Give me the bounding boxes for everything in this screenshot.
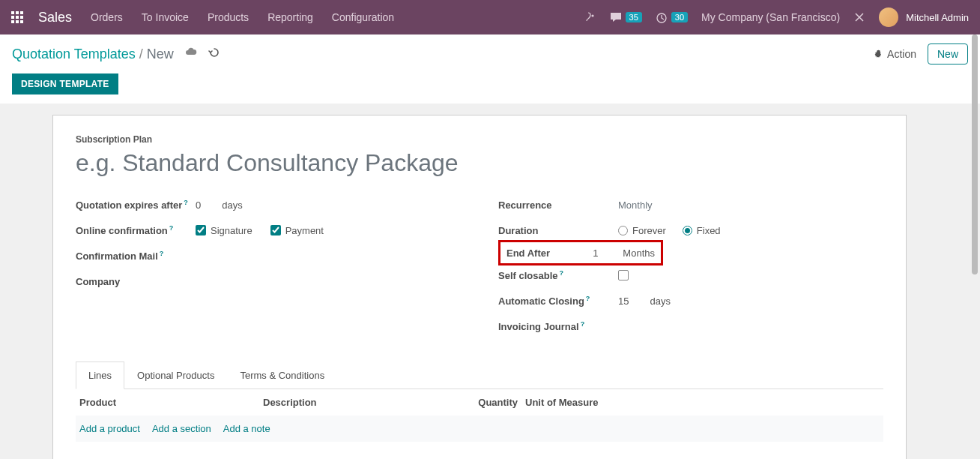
svg-rect-6 <box>11 20 14 23</box>
tab-terms[interactable]: Terms & Conditions <box>227 362 337 389</box>
action-area: Action New <box>874 44 968 64</box>
checkbox-self-closable[interactable] <box>618 270 629 280</box>
help-icon[interactable]: ? <box>160 250 164 257</box>
topnav: Sales Orders To Invoice Products Reporti… <box>0 0 980 34</box>
cloud-save-icon[interactable] <box>185 46 197 62</box>
breadcrumb: Quotation Templates / New <box>12 46 220 62</box>
nav-orders[interactable]: Orders <box>91 11 123 23</box>
table-head: Product Description Quantity Unit of Mea… <box>76 389 883 416</box>
row-company: Company <box>76 268 461 294</box>
add-note-link[interactable]: Add a note <box>223 423 270 434</box>
svg-rect-1 <box>16 11 19 14</box>
topnav-left: Sales Orders To Invoice Products Reporti… <box>11 10 394 26</box>
help-icon[interactable] <box>584 11 596 23</box>
tools-icon[interactable] <box>853 11 865 23</box>
nav-links: Orders To Invoice Products Reporting Con… <box>91 11 394 23</box>
svg-rect-2 <box>20 11 23 14</box>
value-end-after[interactable]: 1 Months <box>593 248 655 259</box>
user-menu[interactable]: Mitchell Admin <box>879 8 969 27</box>
label-expires: Quotation expires after? <box>76 199 196 211</box>
help-icon[interactable]: ? <box>184 199 188 206</box>
row-auto-closing: Automatic Closing? 15 days <box>498 288 883 314</box>
avatar <box>879 8 898 27</box>
radio-forever[interactable]: Forever <box>618 225 666 236</box>
svg-rect-8 <box>20 20 23 23</box>
row-online-confirmation: Online confirmation? Signature Payment <box>76 218 461 243</box>
new-button[interactable]: New <box>928 44 968 64</box>
breadcrumb-current: New <box>147 46 174 62</box>
svg-rect-3 <box>11 16 14 19</box>
value-recurrence[interactable]: Monthly <box>618 200 883 211</box>
row-confirmation-mail: Confirmation Mail? <box>76 243 461 268</box>
svg-rect-7 <box>16 20 19 23</box>
radio-fixed[interactable]: Fixed <box>683 225 721 236</box>
apps-icon[interactable] <box>11 11 23 23</box>
scrollbar[interactable] <box>972 34 978 274</box>
help-icon[interactable]: ? <box>581 320 585 328</box>
row-end-after: End After 1 Months <box>498 240 663 266</box>
content: Subscription Plan e.g. Standard Consulta… <box>0 104 980 459</box>
statusbar: DESIGN TEMPLATE <box>0 74 980 104</box>
chat-icon[interactable]: 35 <box>610 11 642 23</box>
add-section-link[interactable]: Add a section <box>152 423 211 434</box>
row-recurrence: Recurrence Monthly <box>498 192 883 218</box>
company-selector[interactable]: My Company (San Francisco) <box>701 11 840 23</box>
help-icon[interactable]: ? <box>559 269 563 277</box>
form-col-right: Recurrence Monthly Duration Forever Fixe… <box>498 192 883 339</box>
nav-reporting[interactable]: Reporting <box>267 11 313 23</box>
tabs: Lines Optional Products Terms & Conditio… <box>76 362 883 389</box>
help-icon[interactable]: ? <box>169 224 174 232</box>
control-panel: Quotation Templates / New Action New <box>0 34 980 74</box>
section-label: Subscription Plan <box>76 134 883 145</box>
row-expires: Quotation expires after? 0 days <box>76 192 461 218</box>
nav-to-invoice[interactable]: To Invoice <box>142 11 189 23</box>
nav-configuration[interactable]: Configuration <box>332 11 394 23</box>
tab-lines[interactable]: Lines <box>76 362 124 389</box>
add-product-link[interactable]: Add a product <box>79 423 140 434</box>
svg-rect-0 <box>11 11 14 14</box>
checkbox-payment[interactable]: Payment <box>270 225 324 236</box>
form-col-left: Quotation expires after? 0 days Online c… <box>76 192 461 339</box>
title-input[interactable]: e.g. Standard Consultancy Package <box>76 149 883 177</box>
svg-rect-5 <box>20 16 23 19</box>
form-sheet: Subscription Plan e.g. Standard Consulta… <box>52 115 907 459</box>
add-row: Add a product Add a section Add a note <box>76 416 883 442</box>
help-icon[interactable]: ? <box>586 295 590 302</box>
row-invoicing-journal: Invoicing Journal? <box>498 314 883 339</box>
timer-badge: 30 <box>671 12 688 22</box>
row-self-closable: Self closable? <box>498 262 883 288</box>
breadcrumb-parent[interactable]: Quotation Templates <box>12 46 136 62</box>
value-expires[interactable]: 0 days <box>196 200 461 211</box>
discard-icon[interactable] <box>208 46 220 62</box>
col-product: Product <box>79 397 263 408</box>
checkbox-signature[interactable]: Signature <box>196 225 252 236</box>
action-dropdown[interactable]: Action <box>874 48 916 60</box>
col-quantity: Quantity <box>473 397 518 408</box>
row-duration: Duration Forever Fixed <box>498 218 883 243</box>
timer-icon[interactable]: 30 <box>656 11 688 23</box>
app-title[interactable]: Sales <box>38 10 72 26</box>
breadcrumb-sep: / <box>139 46 143 62</box>
svg-point-9 <box>592 15 593 16</box>
design-template-button[interactable]: DESIGN TEMPLATE <box>12 74 118 94</box>
col-description: Description <box>263 397 473 408</box>
action-label: Action <box>887 48 916 60</box>
value-auto-closing[interactable]: 15 days <box>618 296 883 307</box>
tab-optional-products[interactable]: Optional Products <box>124 362 227 389</box>
user-name: Mitchell Admin <box>906 12 969 23</box>
svg-rect-4 <box>16 16 19 19</box>
col-uom: Unit of Measure <box>518 397 880 408</box>
chat-badge: 35 <box>626 12 642 22</box>
form-columns: Quotation expires after? 0 days Online c… <box>76 192 883 339</box>
nav-products[interactable]: Products <box>208 11 249 23</box>
topnav-right: 35 30 My Company (San Francisco) Mitchel… <box>584 8 969 27</box>
